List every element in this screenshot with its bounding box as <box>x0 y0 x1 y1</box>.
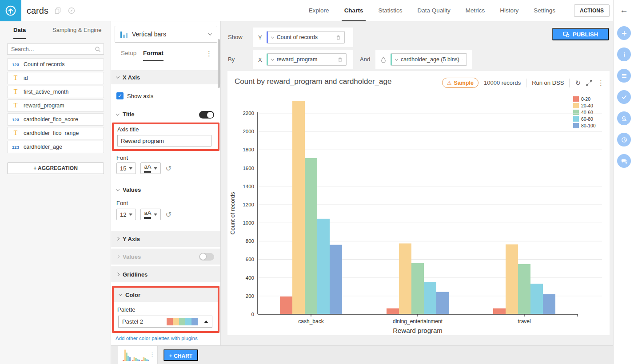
chart-type-select[interactable]: Vertical bars <box>115 26 217 43</box>
section-y-axis[interactable]: Y Axis <box>111 231 220 247</box>
field-cardholder-fico-score[interactable]: 123 cardholder_fico_score <box>7 113 104 126</box>
panel-scrollbar[interactable] <box>218 39 220 88</box>
title-toggle[interactable] <box>199 111 214 119</box>
tab-sampling-engine[interactable]: Sampling & Engine <box>52 21 102 39</box>
refresh-icon[interactable]: ↻ <box>575 79 581 87</box>
tab-explore[interactable]: Explore <box>309 0 329 21</box>
axis-title-highlight: Axis title <box>112 123 219 151</box>
reset-icon[interactable]: ↺ <box>165 210 171 219</box>
trash-icon[interactable] <box>338 57 343 63</box>
bar[interactable] <box>280 297 292 314</box>
show-axis-checkbox[interactable]: ✓ <box>116 92 124 99</box>
y-measure-pill[interactable]: Count of records <box>267 31 345 44</box>
collapse-panel-arrow-icon[interactable]: ← <box>614 5 634 15</box>
font-style-select[interactable]: aA <box>140 162 161 174</box>
add-aggregation-button[interactable]: + AGGREGATION <box>7 162 104 174</box>
dataiku-logo[interactable] <box>0 0 21 21</box>
bar[interactable] <box>292 101 305 314</box>
numeric-field-icon: 123 <box>11 62 20 67</box>
run-on-dss-button[interactable]: Run on DSS <box>532 79 564 86</box>
droplet-icon <box>381 56 386 63</box>
bar[interactable] <box>387 309 399 314</box>
y-tick-label: 200 <box>246 293 254 299</box>
sample-badge[interactable]: ⚠ Sample <box>442 78 478 88</box>
font-size-select[interactable]: 12 <box>116 209 136 220</box>
y-dimension-box: Y Count of records <box>253 28 353 47</box>
chat-icon <box>621 158 628 165</box>
trash-icon[interactable] <box>336 35 341 40</box>
tab-setup[interactable]: Setup <box>121 47 136 61</box>
chevron-down-icon <box>116 187 120 191</box>
bar[interactable] <box>530 284 543 314</box>
tab-format[interactable]: Format <box>143 47 163 61</box>
palette-select[interactable]: Pastel 2 <box>118 316 212 328</box>
color-dimension-pill[interactable]: cardholder_age (5 bins) <box>391 53 467 66</box>
bar[interactable] <box>436 292 449 314</box>
font-size-select[interactable]: 15 <box>116 162 136 174</box>
section-color[interactable]: Color <box>114 288 218 302</box>
chart-tab-menu-icon[interactable]: ⋮ <box>149 351 155 358</box>
field-count-of-records[interactable]: 123 Count of records <box>7 58 104 71</box>
publish-button[interactable]: PUBLISH <box>552 28 609 40</box>
bar[interactable] <box>518 264 530 314</box>
search-input[interactable] <box>8 44 92 54</box>
trash-icon[interactable] <box>463 57 463 63</box>
records-count: 10000 records <box>484 79 521 86</box>
section-values-disabled[interactable]: Values <box>111 249 220 265</box>
font-style-select[interactable]: aA <box>140 209 161 220</box>
x-axis-title: Reward program <box>393 327 443 334</box>
bar[interactable] <box>506 244 518 314</box>
palette-label: Palette <box>117 306 135 313</box>
field-first-active-month[interactable]: T first_active_month <box>7 86 104 98</box>
tab-statistics[interactable]: Statistics <box>378 0 402 21</box>
tab-metrics[interactable]: Metrics <box>466 0 485 21</box>
expand-icon[interactable] <box>586 80 592 86</box>
tab-data-quality[interactable]: Data Quality <box>417 0 450 21</box>
copy-icon[interactable] <box>54 7 62 16</box>
section-gridlines[interactable]: Gridlines <box>111 266 220 282</box>
rail-lab-button[interactable] <box>617 111 631 125</box>
tab-history[interactable]: History <box>500 0 518 21</box>
axis-title-input[interactable] <box>117 135 211 146</box>
format-tabs: Setup Format ⋮ <box>111 47 220 61</box>
x-axis-font-controls: 15 aA ↺ <box>116 162 171 174</box>
field-reward-program[interactable]: T reward_program <box>7 99 104 112</box>
bar[interactable] <box>493 309 506 314</box>
bar[interactable] <box>330 245 342 314</box>
section-x-axis[interactable]: X Axis <box>111 70 220 84</box>
field-cardholder-age[interactable]: 123 cardholder_age <box>7 141 104 153</box>
rail-discussions-button[interactable] <box>617 154 631 168</box>
bar[interactable] <box>317 219 330 314</box>
values-subsection[interactable]: Values <box>116 186 141 193</box>
y-tick-label: 400 <box>246 275 254 281</box>
rail-checks-button[interactable] <box>617 90 631 104</box>
tab-settings[interactable]: Settings <box>534 0 555 21</box>
actions-button[interactable]: ACTIONS <box>574 4 610 17</box>
compass-icon[interactable] <box>68 7 76 16</box>
field-cardholder-fico-range[interactable]: T cardholder_fico_range <box>7 127 104 139</box>
add-palettes-link[interactable]: Add other color palettes with plugins <box>116 336 198 341</box>
x-dimension-pill[interactable]: reward_program <box>267 53 347 66</box>
chart-thumbnail-tab[interactable]: ⋮ <box>118 346 158 364</box>
reset-icon[interactable]: ↺ <box>165 164 171 173</box>
rail-schema-button[interactable] <box>617 69 631 83</box>
rail-timeline-button[interactable] <box>617 133 631 146</box>
format-menu-icon[interactable]: ⋮ <box>206 50 212 58</box>
field-id[interactable]: T id <box>7 72 104 84</box>
title-subsection[interactable]: Title <box>116 111 135 118</box>
bar[interactable] <box>424 282 436 314</box>
bar[interactable] <box>543 294 555 314</box>
x-tick-label: dining_entertainment <box>393 318 443 324</box>
bar[interactable] <box>399 243 411 314</box>
bar[interactable] <box>305 158 317 314</box>
rail-add-button[interactable] <box>617 26 631 40</box>
rail-details-button[interactable] <box>617 47 631 61</box>
values-toggle[interactable] <box>199 253 214 261</box>
tab-charts[interactable]: Charts <box>344 0 363 21</box>
tab-data[interactable]: Data <box>13 21 26 39</box>
add-chart-button[interactable]: + CHART <box>163 349 198 361</box>
x-tick-label: cash_back <box>298 318 324 324</box>
field-search[interactable] <box>7 44 104 55</box>
bar[interactable] <box>411 263 424 314</box>
chart-menu-icon[interactable]: ⋮ <box>598 79 604 87</box>
